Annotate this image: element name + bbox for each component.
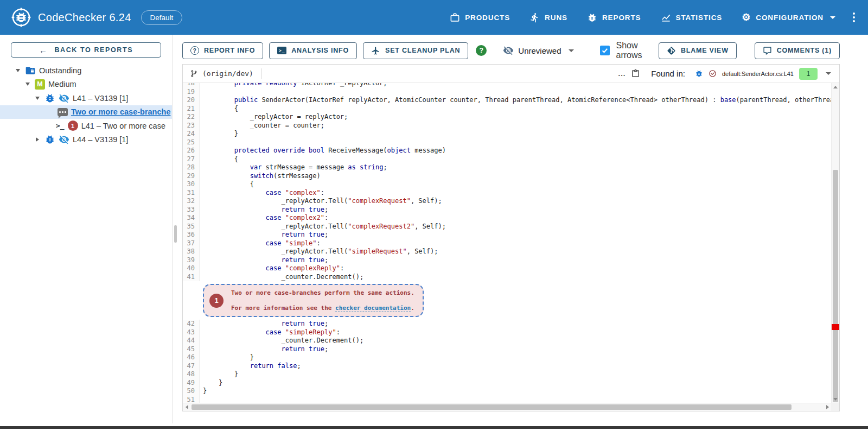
line-number: 44 <box>183 337 200 345</box>
code-line: 19 <box>183 88 831 97</box>
found-in-file-ref[interactable]: default:SenderActor.cs:L41 <box>722 71 794 77</box>
code-line: 33 return true; <box>183 206 831 214</box>
caret-right-icon[interactable] <box>34 137 41 142</box>
line-number: 41 <box>183 273 200 282</box>
line-number: 35 <box>183 223 200 231</box>
line-number: 20 <box>183 96 200 105</box>
tree-item-l41-group[interactable]: L41 – V3139 [1] <box>0 91 172 105</box>
report-info-button[interactable]: ? REPORT INFO <box>182 42 263 59</box>
line-number: 49 <box>183 379 200 388</box>
scroll-up-arrow-icon[interactable] <box>832 83 839 91</box>
comments-button[interactable]: COMMENTS (1) <box>755 42 840 59</box>
report-message-row: 1Two or more case-branches perform the s… <box>203 284 831 317</box>
code-line: 31 case "complex": <box>183 189 831 198</box>
code-text: return true; <box>200 256 328 265</box>
button-label: BLAME VIEW <box>681 47 729 54</box>
code-text: public SenderActor(IActorRef replyActor,… <box>200 96 831 105</box>
code-line: 26 protected override bool ReceiveMessag… <box>183 147 831 155</box>
horizontal-scrollbar-thumb[interactable] <box>192 404 792 410</box>
checker-documentation-link[interactable]: checker documentation <box>335 305 411 312</box>
clipboard-icon[interactable] <box>631 69 640 78</box>
nav-label: CONFIGURATION <box>756 14 824 22</box>
line-number: 36 <box>183 231 200 239</box>
kebab-menu-icon[interactable] <box>851 10 857 24</box>
briefcase-icon <box>450 12 460 23</box>
code-text <box>200 138 203 147</box>
report-message-bubble: 1Two or more case-branches perform the s… <box>203 284 424 317</box>
code-text: _counter = counter; <box>200 122 324 130</box>
tree-item-l41-step[interactable]: >_ 1 L41 – Two or more case <box>0 119 172 133</box>
chevron-down-icon[interactable] <box>826 72 831 75</box>
tree-label: Medium <box>48 80 76 88</box>
caret-down-icon[interactable] <box>14 69 22 72</box>
nav-statistics[interactable]: STATISTICS <box>661 12 723 23</box>
sidebar-scrollbar-thumb[interactable] <box>174 225 177 243</box>
nav-runs[interactable]: RUNS <box>529 12 567 23</box>
vertical-scrollbar[interactable] <box>831 83 839 403</box>
code-line: 47 return false; <box>183 362 831 371</box>
code-text: case "complex2": <box>200 214 328 223</box>
tree-item-selected-report[interactable]: Two or more case-branche <box>0 105 172 119</box>
code-line: 23 _counter = counter; <box>183 122 831 130</box>
back-to-reports-button[interactable]: ← BACK TO REPORTS <box>11 42 161 58</box>
caret-down-icon[interactable] <box>24 83 31 86</box>
code-text: private readonly IActorRef _replyActor; <box>200 83 387 88</box>
eye-off-icon <box>503 45 514 56</box>
code-text: return true; <box>200 345 328 354</box>
console-icon: >_ <box>277 47 286 54</box>
horizontal-scrollbar[interactable] <box>183 403 831 411</box>
tree-label: Two or more case-branche <box>71 107 170 116</box>
source-code-card: (origin/dev) ... Found in: default:Sende… <box>182 64 840 411</box>
code-text: } <box>200 130 238 138</box>
caret-down-icon[interactable] <box>34 97 41 100</box>
git-branch-icon <box>190 69 198 78</box>
scroll-left-arrow-icon[interactable] <box>183 403 190 411</box>
show-arrows-checkbox[interactable] <box>600 46 610 55</box>
code-text: _replyActor.Tell("complexRequest2", Self… <box>200 223 446 231</box>
review-status-value: Unreviewed <box>518 46 561 55</box>
code-line: 21 { <box>183 105 831 113</box>
report-tree-sidebar: ← BACK TO REPORTS Outstanding M Medium L… <box>0 35 173 423</box>
code-line: 24 } <box>183 130 831 138</box>
code-line: 49 } <box>183 379 831 388</box>
nav-configuration[interactable]: ⚙ CONFIGURATION <box>742 12 835 22</box>
check-icon <box>601 47 609 54</box>
line-number: 28 <box>183 163 200 172</box>
code-text: _replyActor.Tell("simpleRequest", Self); <box>200 248 438 256</box>
report-step-badge[interactable]: 1 <box>209 294 224 308</box>
code-line: 36 return true; <box>183 231 831 239</box>
tree-item-outstanding[interactable]: Outstanding <box>0 64 172 78</box>
scrollbar-corner <box>831 403 839 411</box>
vertical-scrollbar-thumb[interactable] <box>833 170 838 402</box>
line-number: 45 <box>183 345 200 354</box>
help-button[interactable]: ? <box>476 45 487 56</box>
code-lines: 18 private readonly IActorRef _replyActo… <box>183 83 831 403</box>
scroll-down-arrow-icon[interactable] <box>832 395 839 403</box>
code-line: 41 _counter.Decrement(); <box>183 273 831 282</box>
back-arrow-icon: ← <box>39 46 48 55</box>
code-text: return false; <box>200 362 301 371</box>
bug-position-marker[interactable] <box>832 324 839 330</box>
analysis-info-button[interactable]: >_ ANALYSIS INFO <box>269 42 357 59</box>
airplane-icon <box>371 46 380 55</box>
code-text: } <box>200 387 207 396</box>
set-cleanup-plan-button[interactable]: SET CLEANUP PLAN <box>363 42 468 59</box>
code-text: _replyActor = replyActor; <box>200 113 348 122</box>
blame-view-button[interactable]: BLAME VIEW <box>659 42 737 59</box>
code-text <box>200 88 203 97</box>
code-line: 51 <box>183 396 831 403</box>
tree-item-l44-group[interactable]: L44 – V3139 [1] <box>0 133 172 147</box>
nav-label: STATISTICS <box>676 14 723 22</box>
code-line: 25 <box>183 138 831 147</box>
tree-item-medium[interactable]: M Medium <box>0 78 172 92</box>
more-icon[interactable]: ... <box>618 69 626 78</box>
nav-products[interactable]: PRODUCTS <box>450 12 510 23</box>
main-nav: PRODUCTS RUNS REPORTS STATISTICS ⚙ CONFI… <box>450 12 835 23</box>
line-number: 18 <box>183 83 200 88</box>
code-text: return true; <box>200 206 328 214</box>
scroll-right-arrow-icon[interactable] <box>824 403 831 411</box>
review-status-select[interactable]: Unreviewed <box>503 45 573 56</box>
nav-reports[interactable]: REPORTS <box>587 12 641 23</box>
line-number: 19 <box>183 88 200 97</box>
product-badge[interactable]: Default <box>141 10 183 25</box>
